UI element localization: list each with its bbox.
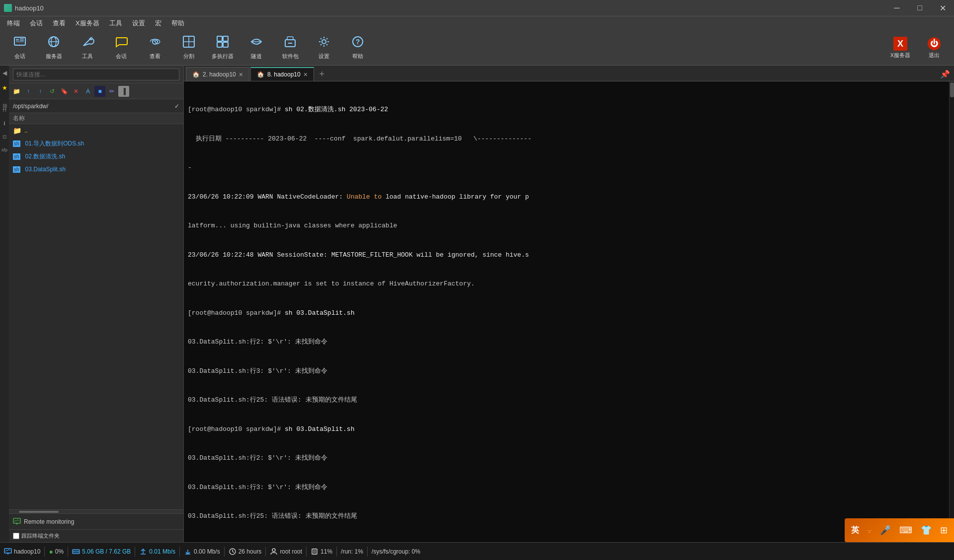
- menu-settings[interactable]: 设置: [127, 16, 150, 30]
- cpu2-icon: [311, 548, 318, 556]
- toolbar-settings[interactable]: 设置: [308, 32, 340, 64]
- remote-monitor-label: Remote monitoring: [24, 518, 74, 525]
- term-line: 03.DataSplit.sh:行2: $'\r': 未找到命令: [188, 453, 945, 463]
- sidebar-btn-bookmark[interactable]: 🔖: [59, 86, 70, 97]
- menu-macro[interactable]: 宏: [150, 16, 166, 30]
- status-sep9: [367, 547, 368, 557]
- menu-bar: 终端 会话 查看 X服务器 工具 设置 宏 帮助: [0, 16, 954, 30]
- file-list-name-header: 名称: [13, 114, 25, 123]
- tab-home-icon: 🏠: [192, 71, 200, 78]
- term-line: 03.DataSplit.sh:行3: $'\r': 未找到命令: [188, 366, 945, 376]
- tab-new-button[interactable]: +: [315, 67, 329, 81]
- svg-point-19: [322, 40, 326, 44]
- file-name: ..: [24, 127, 28, 134]
- left-nav-star[interactable]: ★: [2, 84, 7, 91]
- left-nav-info[interactable]: ℹ: [3, 121, 5, 126]
- file-name: 02.数据清洗.sh: [25, 152, 66, 161]
- sh-icon: sh: [13, 153, 20, 160]
- svg-rect-35: [78, 551, 79, 553]
- svg-rect-14: [217, 42, 222, 47]
- term-line: -: [188, 163, 945, 173]
- left-nav-box[interactable]: ⊡: [2, 134, 6, 140]
- term-line: [root@hadoop10 sparkdw]# sh 03.DataSplit…: [188, 541, 945, 543]
- svg-text:X: X: [897, 39, 903, 49]
- status-hostname: hadoop10: [4, 548, 40, 556]
- status-sep3: [135, 547, 135, 557]
- menu-session[interactable]: 会话: [25, 16, 48, 30]
- terminal-content[interactable]: [root@hadoop10 sparkdw]# sh 02.数据清洗.sh 2…: [184, 81, 949, 542]
- terminal-outer: [root@hadoop10 sparkdw]# sh 02.数据清洗.sh 2…: [184, 81, 954, 542]
- list-item[interactable]: sh 02.数据清洗.sh: [9, 150, 183, 163]
- toolbar-tools-label: 工具: [82, 53, 93, 60]
- tools-icon: [80, 35, 94, 52]
- close-button[interactable]: ✕: [931, 0, 954, 16]
- tab-2-hadoop10[interactable]: 🏠 2. hadoop10 ×: [186, 67, 249, 81]
- toolbar-server[interactable]: 服务器: [38, 32, 70, 64]
- toolbar: 会话 服务器 工具 会话 查看 分割 多执行器: [0, 30, 954, 66]
- menu-view[interactable]: 查看: [48, 16, 71, 30]
- sidebar-btn-folder[interactable]: 📁: [11, 86, 22, 97]
- term-line: 03.DataSplit.sh:行3: $'\r': 未找到命令: [188, 483, 945, 492]
- ime-mic-icon[interactable]: 🎤: [880, 525, 891, 536]
- menu-terminal[interactable]: 终端: [2, 16, 25, 30]
- sidebar-btn-x[interactable]: ✕: [71, 86, 81, 97]
- toolbar-chat[interactable]: 会话: [105, 32, 137, 64]
- ime-shirt-icon[interactable]: 👕: [921, 525, 932, 536]
- sidebar-btn-highlight[interactable]: ■: [94, 86, 105, 97]
- quit-button[interactable]: ⏻ 退出: [918, 32, 950, 64]
- sidebar-btn-term[interactable]: ▐: [118, 86, 129, 97]
- term-line: 03.DataSplit.sh:行25: 语法错误: 未预期的文件结尾: [188, 395, 945, 405]
- toolbar-multiexec-label: 多执行器: [212, 53, 234, 60]
- current-path: /opt/sparkdw/: [13, 103, 48, 110]
- xserver-button[interactable]: X X服务器: [884, 32, 916, 64]
- tab-8-close[interactable]: ×: [304, 70, 308, 78]
- path-check-icon[interactable]: ✓: [174, 103, 179, 110]
- toolbar-view[interactable]: 查看: [139, 32, 171, 64]
- ime-grid-icon[interactable]: ⊞: [940, 525, 948, 536]
- sidebar-btn-refresh[interactable]: ↺: [47, 86, 58, 97]
- toolbar-tunnel[interactable]: 隧道: [240, 32, 272, 64]
- minimize-button[interactable]: ─: [885, 0, 908, 16]
- sidebar-btn-pen[interactable]: ✏: [106, 86, 117, 97]
- ime-overlay[interactable]: 英 ·,· 🎤 ⌨ 👕 ⊞: [845, 518, 954, 542]
- sidebar-btn-back[interactable]: ↑: [35, 86, 46, 97]
- left-nav-arrow[interactable]: ◀: [2, 70, 7, 76]
- list-item[interactable]: sh 03.DataSplit.sh: [9, 163, 183, 176]
- terminal-scrollbar[interactable]: [949, 81, 954, 542]
- ime-dot1: ·,·: [868, 528, 872, 533]
- ime-keyboard-icon[interactable]: ⌨: [899, 525, 912, 536]
- folder-icon: 📁: [13, 127, 21, 135]
- toolbar-tools[interactable]: 工具: [72, 32, 103, 64]
- toolbar-packages[interactable]: 软件包: [274, 32, 306, 64]
- menu-tools[interactable]: 工具: [104, 16, 127, 30]
- toolbar-session[interactable]: 会话: [4, 32, 36, 64]
- packages-icon: [283, 35, 297, 52]
- sidebar-btn-upload[interactable]: ↑: [23, 86, 34, 97]
- tab-pin-button[interactable]: 📌: [938, 67, 952, 81]
- status-sep7: [306, 547, 307, 557]
- upload-icon: [139, 548, 147, 556]
- track-files-checkbox[interactable]: [13, 533, 19, 539]
- track-files-label: 跟踪终端文件夹: [21, 532, 60, 540]
- quick-connect-input[interactable]: [13, 69, 179, 80]
- menu-help[interactable]: 帮助: [166, 16, 189, 30]
- term-line: latform... using builtin-java classes wh…: [188, 221, 945, 231]
- maximize-button[interactable]: □: [908, 0, 931, 16]
- toolbar-multiexec[interactable]: 多执行器: [207, 32, 238, 64]
- menu-xserver[interactable]: X服务器: [71, 16, 104, 30]
- sidebar-btn-a[interactable]: A: [82, 86, 93, 97]
- list-item[interactable]: 📁 ..: [9, 124, 183, 137]
- svg-point-41: [272, 549, 275, 552]
- tab-8-hadoop10[interactable]: 🏠 8. hadoop10 ×: [250, 67, 314, 81]
- left-nav-sftp[interactable]: sfp: [1, 147, 7, 152]
- left-nav-h[interactable]: H: [2, 107, 6, 113]
- tab-2-close[interactable]: ×: [239, 70, 243, 78]
- sidebar-scrollbar[interactable]: [9, 509, 183, 513]
- hostname-text: hadoop10: [14, 548, 40, 555]
- quick-connect-bar: [9, 66, 183, 83]
- toolbar-help-label: 帮助: [352, 53, 363, 60]
- list-item[interactable]: sh 01.导入数据到ODS.sh: [9, 137, 183, 150]
- toolbar-help[interactable]: ? 帮助: [342, 32, 374, 64]
- toolbar-split[interactable]: 分割: [173, 32, 205, 64]
- file-list-header: 名称: [9, 113, 183, 124]
